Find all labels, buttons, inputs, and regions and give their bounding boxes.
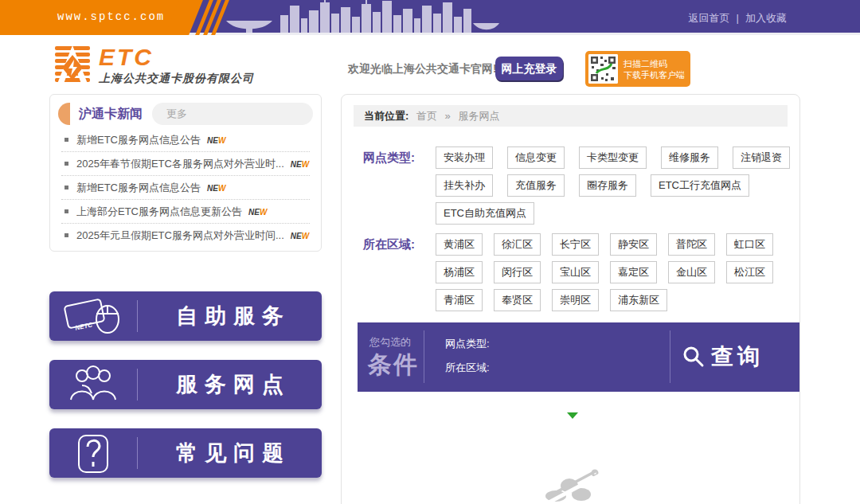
divider xyxy=(424,330,424,383)
district-option-button[interactable]: 青浦区 xyxy=(436,289,483,311)
company-name: 上海公共交通卡股份有限公司 xyxy=(99,72,254,86)
bullet-icon xyxy=(64,186,68,189)
district-option-button[interactable]: 松江区 xyxy=(726,261,773,283)
new-badge: NEW xyxy=(207,136,225,145)
new-badge: NEW xyxy=(248,208,267,217)
new-badge: NEW xyxy=(291,232,309,240)
question-icon xyxy=(49,432,137,474)
district-option-button[interactable]: 奉贤区 xyxy=(494,289,541,311)
qr-code-icon xyxy=(588,54,618,84)
district-option-button[interactable]: 宝山区 xyxy=(552,261,599,283)
news-panel-title: 沪通卡新闻 xyxy=(79,106,143,123)
breadcrumb-current: 服务网点 xyxy=(458,110,499,122)
faq-label: 常见问题 xyxy=(138,439,322,467)
selected-conditions-line2: 条件 xyxy=(368,349,419,381)
selected-type-line: 网点类型: xyxy=(445,337,490,351)
district-option-button[interactable]: 杨浦区 xyxy=(436,261,483,283)
bullet-icon xyxy=(64,162,68,166)
qr-caption: 扫描二维码 下载手机客户端 xyxy=(624,58,685,80)
district-option-button[interactable]: 浦东新区 xyxy=(610,289,667,311)
main-content-panel: 当前位置: 首页 » 服务网点 网点类型: 安装办理信息变更卡类型变更维修服务注… xyxy=(341,94,800,504)
news-item-title: 上海部分ETC服务网点信息更新公告 xyxy=(76,205,242,217)
type-filter-options: 安装办理信息变更卡类型变更维修服务注销退资 挂失补办充值服务圈存服务ETC工行充… xyxy=(436,147,810,230)
back-home-link[interactable]: 返回首页 xyxy=(689,12,730,24)
self-service-label: 自助服务 xyxy=(138,302,322,330)
bullet-icon xyxy=(64,209,68,213)
site-header: ETC 上海公共交通卡股份有限公司 欢迎光临上海公共交通卡官网! 网上充登录 扫… xyxy=(0,37,860,94)
service-network-button[interactable]: 服务网点 xyxy=(49,360,322,409)
card-mouse-icon: NETC xyxy=(49,296,137,336)
type-option-button[interactable]: 挂失补办 xyxy=(436,174,493,197)
faq-button[interactable]: 常见问题 xyxy=(49,428,322,478)
bullet-icon xyxy=(64,233,68,237)
selected-conditions-bar: 您勾选的 条件 网点类型: 所在区域: 查询 xyxy=(358,322,799,392)
top-bar: www.sptcc.com xyxy=(0,0,860,35)
new-badge: NEW xyxy=(207,184,225,193)
news-list: 新增ETC服务网点信息公告NEW 2025年春节假期ETC各服务网点对外营业时.… xyxy=(61,128,310,248)
site-url: www.sptcc.com xyxy=(57,10,165,23)
search-button[interactable]: 查询 xyxy=(682,342,764,372)
news-list-item[interactable]: 2025年春节假期ETC各服务网点对外营业时...NEW xyxy=(61,152,310,176)
expand-arrow-icon[interactable] xyxy=(567,412,578,419)
news-item-title: 2025年元旦假期ETC服务网点对外营业时间... xyxy=(76,229,284,241)
type-option-button[interactable]: 信息变更 xyxy=(507,147,565,169)
self-service-button[interactable]: NETC 自助服务 xyxy=(49,291,322,341)
news-item-title: 新增ETC服务网点信息公告 xyxy=(76,182,201,193)
svg-text:NETC: NETC xyxy=(75,321,93,331)
district-option-button[interactable]: 静安区 xyxy=(610,233,657,256)
breadcrumb-separator: » xyxy=(445,110,451,122)
news-item-title: 2025年春节假期ETC各服务网点对外营业时... xyxy=(76,158,284,170)
etc-logo-icon xyxy=(54,45,91,84)
type-option-button[interactable]: 安装办理 xyxy=(436,147,493,169)
news-more-link[interactable]: 更多 xyxy=(152,103,313,125)
district-option-button[interactable]: 崇明区 xyxy=(552,289,599,311)
etc-logo: ETC 上海公共交通卡股份有限公司 xyxy=(54,45,254,86)
news-item-title: 新增ETC服务网点信息公告 xyxy=(76,134,201,146)
divider xyxy=(670,330,670,383)
type-option-button[interactable]: 充值服务 xyxy=(507,174,565,197)
download-app-qr-banner[interactable]: 扫描二维码 下载手机客户端 xyxy=(585,51,690,87)
breadcrumb: 当前位置: 首页 » 服务网点 xyxy=(354,105,788,127)
logo-etc-text: ETC xyxy=(99,45,254,69)
online-recharge-login-button[interactable]: 网上充登录 xyxy=(495,57,563,80)
type-option-button[interactable]: 维修服务 xyxy=(661,147,718,169)
bullet-icon xyxy=(64,138,68,142)
district-option-button[interactable]: 虹口区 xyxy=(726,233,773,256)
news-list-item[interactable]: 新增ETC服务网点信息公告NEW xyxy=(61,128,310,152)
district-option-button[interactable]: 金山区 xyxy=(668,261,715,283)
district-option-button[interactable]: 徐汇区 xyxy=(494,233,541,256)
breadcrumb-label: 当前位置: xyxy=(364,110,408,122)
district-option-button[interactable]: 普陀区 xyxy=(668,233,715,256)
breadcrumb-home-link[interactable]: 首页 xyxy=(416,110,437,122)
welcome-text: 欢迎光临上海公共交通卡官网! xyxy=(348,62,497,76)
search-button-label: 查询 xyxy=(711,342,764,372)
district-option-button[interactable]: 闵行区 xyxy=(494,261,541,283)
add-favorite-link[interactable]: 加入收藏 xyxy=(745,12,787,24)
title-halfcircle-icon xyxy=(58,103,70,125)
selected-conditions-line1: 您勾选的 xyxy=(369,335,411,350)
type-option-button[interactable]: 注销退资 xyxy=(733,147,790,169)
type-option-button[interactable]: ETC自助充值网点 xyxy=(436,202,534,225)
news-list-item[interactable]: 上海部分ETC服务网点信息更新公告NEW xyxy=(61,200,310,224)
service-network-label: 服务网点 xyxy=(138,370,322,399)
news-list-item[interactable]: 2025年元旦假期ETC服务网点对外营业时间...NEW xyxy=(61,224,310,248)
district-filter-label: 所在区域: xyxy=(363,237,415,252)
news-list-item[interactable]: 新增ETC服务网点信息公告NEW xyxy=(61,176,310,200)
district-option-button[interactable]: 长宁区 xyxy=(552,233,599,256)
news-panel: 沪通卡新闻 更多 新增ETC服务网点信息公告NEW 2025年春节假期ETC各服… xyxy=(49,94,322,252)
type-option-button[interactable]: ETC工行充值网点 xyxy=(651,174,749,197)
search-icon xyxy=(682,346,705,368)
type-option-button[interactable]: 卡类型变更 xyxy=(579,147,647,169)
type-filter-label: 网点类型: xyxy=(363,150,415,166)
district-option-button[interactable]: 嘉定区 xyxy=(610,261,657,283)
district-filter-options: 黄浦区徐汇区长宁区静安区普陀区虹口区 杨浦区闵行区宝山区嘉定区金山区松江区 青浦… xyxy=(436,233,810,317)
type-option-button[interactable]: 圈存服务 xyxy=(579,174,636,197)
district-option-button[interactable]: 黄浦区 xyxy=(436,233,483,256)
new-badge: NEW xyxy=(291,160,309,169)
city-skyline-icon xyxy=(225,0,499,33)
selected-district-line: 所在区域: xyxy=(445,361,490,375)
people-icon xyxy=(49,365,137,404)
link-separator: | xyxy=(737,12,739,24)
topbar-links: 返回首页|加入收藏 xyxy=(689,11,787,25)
watermark-logo-icon xyxy=(545,465,602,504)
